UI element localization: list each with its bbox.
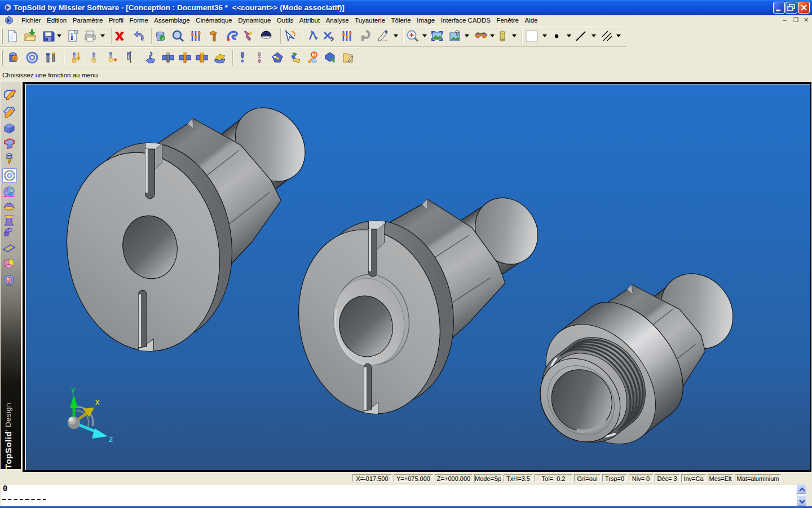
svg-text:y: y	[71, 384, 76, 394]
svg-text:x: x	[95, 397, 100, 406]
svg-text:i: i	[70, 32, 73, 42]
svg-text:z: z	[109, 434, 113, 444]
svg-text:✓: ✓	[161, 36, 166, 41]
